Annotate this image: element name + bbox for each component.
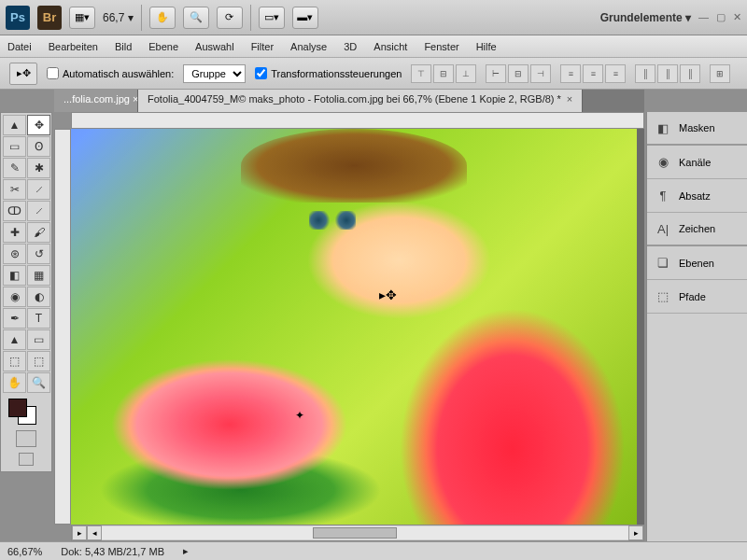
eraser-tool[interactable]: ◧ [3, 265, 26, 286]
eyedropper-tool[interactable]: ↀ [3, 201, 26, 221]
canvas[interactable]: PSD-Tutorials.de ▸✥ ✦ [71, 129, 644, 525]
align-buttons-group: ⊤ ⊟ ⊥ [411, 64, 476, 83]
menu-bild[interactable]: Bild [115, 41, 132, 52]
distribute-6-icon[interactable]: ║ [680, 64, 700, 83]
healing-brush-tool[interactable]: ✚ [3, 222, 26, 243]
minimize-button[interactable]: — [698, 11, 709, 23]
vertical-ruler[interactable] [54, 129, 71, 525]
layers-panel-button[interactable]: ❏Ebenen [647, 246, 747, 280]
paths-panel-button[interactable]: ⬚Pfade [647, 280, 747, 314]
zoom-tool[interactable]: 🔍 [27, 372, 50, 393]
auto-select-checkbox[interactable] [47, 67, 59, 79]
view-extras-button[interactable]: ▦▾ [69, 7, 95, 29]
rotate-view-shortcut[interactable]: ⟳ [217, 7, 243, 29]
scroll-left-button[interactable]: ▸ [72, 525, 87, 540]
move-tool[interactable]: ▲ [3, 115, 26, 135]
3d-camera-tool[interactable]: ⬚ [27, 351, 50, 371]
path-select-tool[interactable]: ▲ [3, 329, 26, 350]
blur-tool[interactable]: ◉ [3, 287, 26, 307]
type-tool[interactable]: T [27, 308, 50, 329]
status-arrow-icon[interactable]: ▸ [183, 545, 189, 557]
brush-tool[interactable]: 🖌 [27, 222, 50, 243]
horizontal-scrollbar[interactable]: ▸ ◂ ▸ [71, 525, 644, 541]
arrange-docs-button[interactable]: ▭▾ [259, 7, 285, 29]
bridge-app-icon[interactable]: Br [37, 6, 62, 30]
shape-tool[interactable]: ▭ [27, 329, 50, 350]
scroll-right-arrow[interactable]: ▸ [628, 525, 643, 540]
align-vcenter-icon[interactable]: ⊟ [433, 64, 454, 83]
align-bottom-icon[interactable]: ⊥ [456, 64, 476, 83]
menu-datei[interactable]: Datei [7, 41, 32, 52]
magic-wand-tool[interactable]: ✱ [27, 158, 50, 178]
screen-mode-button[interactable]: ▬▾ [292, 7, 318, 29]
tools-panel: ▲ ✥ ▭ ʘ ✎ ✱ ✂ ⟋ ↀ ⟋ ✚ 🖌 ⊛ ↺ ◧ ▦ ◉ ◐ ✒ T … [0, 112, 52, 472]
hand-tool[interactable]: ✋ [3, 372, 26, 393]
photoshop-app-icon[interactable]: Ps [6, 6, 30, 30]
distribute-1-icon[interactable]: ≡ [560, 64, 581, 83]
slice-tool[interactable]: ⟋ [27, 179, 50, 200]
maximize-button[interactable]: ▢ [716, 11, 726, 23]
align-left-icon[interactable]: ⊢ [486, 64, 506, 83]
menu-ebene[interactable]: Ebene [148, 41, 178, 52]
distribute-h-buttons-group: ║ ║ ║ [635, 64, 700, 83]
workspace-switcher[interactable]: Grundelemente ▾ [600, 11, 691, 24]
marquee-tool[interactable]: ▭ [3, 136, 26, 157]
document-image[interactable]: PSD-Tutorials.de [71, 129, 637, 525]
layers-icon: ❏ [655, 255, 671, 272]
dodge-tool[interactable]: ◐ [27, 287, 50, 307]
screen-mode-toggle[interactable] [3, 453, 49, 469]
distribute-5-icon[interactable]: ║ [657, 64, 678, 83]
align-hcenter-icon[interactable]: ⊟ [508, 64, 529, 83]
document-tab-inactive[interactable]: ...folia.com.jpg × [54, 90, 138, 112]
zoom-level-readout[interactable]: 66,7 ▾ [103, 11, 134, 24]
pen-tool[interactable]: ✒ [3, 308, 26, 329]
horizontal-ruler[interactable] [71, 112, 644, 129]
move-tool-selected[interactable]: ✥ [27, 115, 50, 135]
status-zoom[interactable]: 66,67% [7, 546, 42, 557]
scroll-left-arrow[interactable]: ◂ [87, 525, 102, 540]
menu-ansicht[interactable]: Ansicht [374, 41, 407, 52]
align-right-icon[interactable]: ⊣ [530, 64, 551, 83]
transform-controls-checkbox[interactable] [255, 67, 267, 79]
3d-tool[interactable]: ⬚ [3, 351, 26, 371]
distribute-2-icon[interactable]: ≡ [583, 64, 603, 83]
masks-panel-button[interactable]: ◧Masken [647, 112, 747, 146]
align-top-icon[interactable]: ⊤ [411, 64, 431, 83]
quick-mask-toggle[interactable] [3, 430, 49, 451]
lasso-tool[interactable]: ʘ [27, 136, 50, 157]
clone-stamp-tool[interactable]: ⊛ [3, 244, 26, 264]
menu-hilfe[interactable]: Hilfe [476, 41, 497, 52]
auto-align-icon[interactable]: ⊞ [710, 64, 730, 83]
menu-auswahl[interactable]: Auswahl [195, 41, 234, 52]
align-h-buttons-group: ⊢ ⊟ ⊣ [486, 64, 551, 83]
auto-select-target-dropdown[interactable]: Gruppe [183, 64, 246, 83]
collapsed-panels-dock: ◧Masken ◉Kanäle ¶Absatz A|Zeichen ❏Ebene… [646, 112, 747, 541]
zoom-tool-shortcut[interactable]: 🔍 [183, 7, 209, 29]
foreground-color-swatch[interactable] [8, 399, 27, 417]
menu-3d[interactable]: 3D [344, 41, 357, 52]
character-panel-button[interactable]: A|Zeichen [647, 213, 747, 246]
menu-filter[interactable]: Filter [251, 41, 274, 52]
close-tab-icon[interactable]: × [567, 93, 572, 105]
close-button[interactable]: ✕ [733, 11, 741, 23]
gradient-tool[interactable]: ▦ [27, 265, 50, 286]
crop-tool[interactable]: ✂ [3, 179, 26, 200]
current-tool-indicator[interactable]: ▸✥ [9, 63, 37, 85]
application-top-bar: Ps Br ▦▾ 66,7 ▾ ✋ 🔍 ⟳ ▭▾ ▬▾ Grundelement… [0, 0, 747, 35]
scroll-track[interactable] [102, 526, 628, 539]
ruler-tool[interactable]: ⟋ [27, 201, 50, 221]
distribute-4-icon[interactable]: ║ [635, 64, 655, 83]
history-brush-tool[interactable]: ↺ [27, 244, 50, 264]
paragraph-panel-button[interactable]: ¶Absatz [647, 179, 747, 213]
quick-select-tool[interactable]: ✎ [3, 158, 26, 178]
menu-fenster[interactable]: Fenster [424, 41, 458, 52]
menu-analyse[interactable]: Analyse [290, 41, 327, 52]
document-tab-active[interactable]: Fotolia_4004759_M© maks_photo - Fotolia.… [138, 90, 583, 112]
hand-tool-shortcut[interactable]: ✋ [149, 7, 176, 29]
channels-panel-button[interactable]: ◉Kanäle [647, 146, 747, 179]
scroll-thumb[interactable] [313, 527, 397, 539]
status-doc-size[interactable]: Dok: 5,43 MB/21,7 MB [61, 546, 164, 557]
menu-bearbeiten[interactable]: Bearbeiten [49, 41, 98, 52]
transform-controls-label: Transformationssteuerungen [271, 68, 402, 79]
distribute-3-icon[interactable]: ≡ [605, 64, 626, 83]
